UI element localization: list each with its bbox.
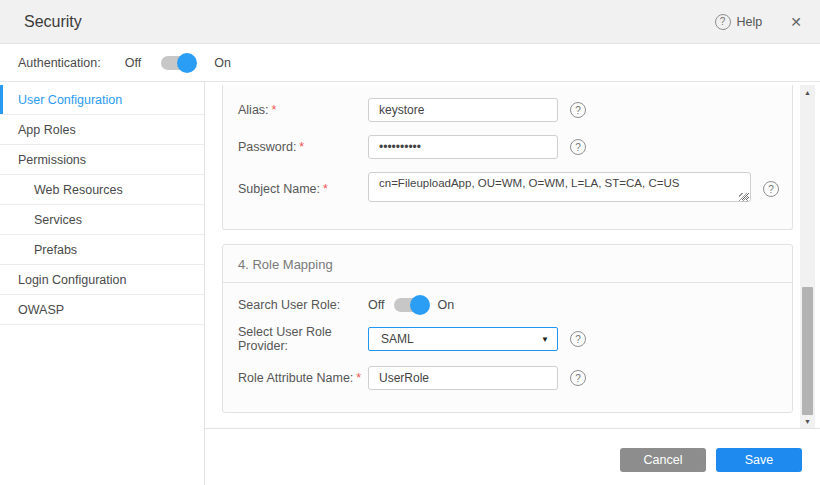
password-help-icon[interactable]: ?	[570, 139, 586, 155]
title-bar: Security ? Help ✕	[0, 0, 820, 44]
subject-name-textarea[interactable]	[368, 172, 751, 202]
help-button[interactable]: ? Help	[715, 14, 763, 30]
subject-name-row: Subject Name:* ?	[238, 172, 777, 206]
sidebar-item-services[interactable]: Services	[0, 205, 204, 235]
role-attribute-input[interactable]	[368, 366, 558, 390]
search-user-role-on-label: On	[437, 298, 454, 312]
cancel-button[interactable]: Cancel	[620, 448, 706, 472]
alias-row: Alias:* ?	[238, 98, 777, 122]
provider-label: Select User Role Provider:	[238, 325, 368, 353]
authentication-on-label: On	[214, 56, 231, 70]
authentication-bar: Authentication: Off On	[0, 44, 820, 82]
provider-help-icon[interactable]: ?	[570, 331, 586, 347]
page-title: Security	[24, 13, 82, 31]
required-asterisk: *	[272, 103, 277, 117]
vertical-scrollbar[interactable]: ▲ ▼	[800, 85, 815, 428]
password-label: Password:*	[238, 140, 368, 154]
sidebar-item-app-roles[interactable]: App Roles	[0, 115, 204, 145]
authentication-off-label: Off	[125, 56, 141, 70]
authentication-label: Authentication:	[18, 56, 101, 70]
certificate-panel: Alias:* ? Password:* ? Subject Name:*	[222, 85, 793, 230]
sidebar-item-label: Services	[34, 213, 82, 227]
alias-label: Alias:*	[238, 103, 368, 117]
password-input[interactable]	[368, 135, 558, 159]
sidebar-item-owasp[interactable]: OWASP	[0, 295, 204, 325]
sidebar: User Configuration App Roles Permissions…	[0, 82, 205, 485]
required-asterisk: *	[299, 140, 304, 154]
password-label-text: Password:	[238, 140, 296, 154]
alias-help-icon[interactable]: ?	[570, 102, 586, 118]
sidebar-item-label: Web Resources	[34, 183, 123, 197]
sidebar-item-permissions[interactable]: Permissions	[0, 145, 204, 175]
role-mapping-section-title: 4. Role Mapping	[223, 245, 792, 283]
required-asterisk: *	[356, 371, 361, 385]
scrollbar-thumb[interactable]	[802, 287, 813, 415]
role-attribute-label-text: Role Attribute Name:	[238, 371, 353, 385]
alias-input[interactable]	[368, 98, 558, 122]
subject-name-label-text: Subject Name:	[238, 182, 320, 196]
required-asterisk: *	[323, 182, 328, 196]
close-icon[interactable]: ✕	[790, 15, 802, 29]
sidebar-item-label: User Configuration	[18, 93, 122, 107]
authentication-toggle[interactable]	[161, 56, 194, 70]
search-user-role-label: Search User Role:	[238, 298, 368, 312]
search-user-role-toggle[interactable]	[394, 298, 427, 312]
dropdown-arrow-icon: ▼	[541, 335, 549, 344]
scroll-down-icon[interactable]: ▼	[800, 415, 815, 427]
sidebar-item-login-configuration[interactable]: Login Configuration	[0, 265, 204, 295]
subject-name-label: Subject Name:*	[238, 182, 368, 196]
save-button[interactable]: Save	[716, 448, 802, 472]
role-attribute-help-icon[interactable]: ?	[570, 370, 586, 386]
user-role-provider-select[interactable]: SAML ▼	[368, 327, 558, 351]
alias-label-text: Alias:	[238, 103, 269, 117]
role-attribute-row: Role Attribute Name:* ?	[238, 366, 777, 390]
help-label: Help	[737, 15, 763, 29]
authentication-toggle-knob	[177, 53, 197, 73]
role-mapping-panel: 4. Role Mapping Search User Role: Off On…	[222, 244, 793, 413]
sidebar-item-label: Permissions	[18, 153, 86, 167]
security-dialog: Security ? Help ✕ Authentication: Off On…	[0, 0, 820, 485]
subject-name-help-icon[interactable]: ?	[763, 181, 779, 197]
body: User Configuration App Roles Permissions…	[0, 82, 820, 485]
main-content: Alias:* ? Password:* ? Subject Name:*	[205, 82, 820, 485]
footer-actions: Cancel Save	[620, 448, 802, 472]
scroll-up-icon[interactable]: ▲	[800, 86, 815, 98]
sidebar-item-web-resources[interactable]: Web Resources	[0, 175, 204, 205]
sidebar-item-prefabs[interactable]: Prefabs	[0, 235, 204, 265]
footer-divider	[205, 428, 820, 429]
role-attribute-label: Role Attribute Name:*	[238, 371, 368, 385]
sidebar-item-label: App Roles	[18, 123, 76, 137]
sidebar-item-user-configuration[interactable]: User Configuration	[0, 85, 204, 115]
search-user-role-off-label: Off	[368, 298, 384, 312]
sidebar-item-label: OWASP	[18, 303, 64, 317]
provider-row: Select User Role Provider: SAML ▼ ?	[238, 325, 777, 353]
search-user-role-row: Search User Role: Off On	[238, 298, 777, 312]
help-icon: ?	[715, 14, 731, 30]
password-row: Password:* ?	[238, 135, 777, 159]
selected-provider-value: SAML	[381, 332, 541, 346]
sidebar-item-label: Prefabs	[34, 243, 77, 257]
search-user-role-toggle-knob	[410, 295, 430, 315]
role-mapping-rows: Search User Role: Off On Select User Rol…	[223, 283, 792, 390]
sidebar-item-label: Login Configuration	[18, 273, 126, 287]
subject-name-textarea-wrap	[368, 172, 751, 206]
